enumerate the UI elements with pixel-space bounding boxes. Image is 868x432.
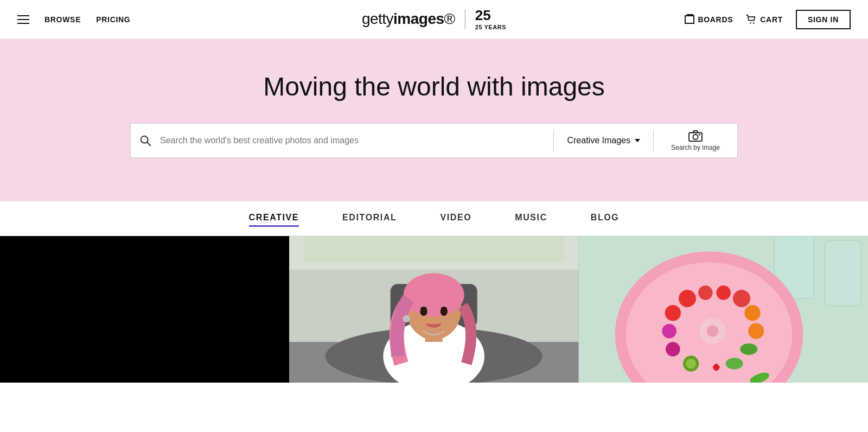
logo-text: gettyimages® — [362, 10, 455, 28]
tab-blog[interactable]: BLOG — [591, 213, 620, 225]
svg-point-1 — [753, 22, 754, 23]
cart-icon — [746, 15, 757, 24]
tab-video[interactable]: VIDEO — [440, 213, 471, 225]
svg-point-33 — [740, 344, 757, 355]
hero-section: Moving the world with images Creative Im… — [0, 39, 868, 201]
svg-point-29 — [716, 285, 731, 300]
tab-music[interactable]: MUSIC — [515, 213, 547, 225]
woman-car-illustration — [289, 236, 578, 383]
svg-point-0 — [750, 22, 751, 23]
logo-divider — [465, 9, 465, 29]
years-label: 25 YEARS — [475, 24, 506, 30]
svg-point-31 — [744, 305, 760, 321]
svg-point-42 — [707, 325, 718, 336]
boards-button[interactable]: BOARDS — [685, 15, 733, 24]
svg-line-3 — [147, 142, 150, 145]
header-right: BOARDS CART SIGN IN — [685, 10, 851, 29]
chevron-down-icon — [635, 139, 640, 142]
svg-point-5 — [693, 135, 698, 139]
svg-rect-24 — [781, 236, 807, 240]
search-icon-wrap — [131, 135, 160, 147]
signin-button[interactable]: SIGN IN — [796, 10, 851, 29]
svg-point-39 — [665, 305, 680, 321]
svg-rect-20 — [304, 236, 564, 262]
boards-label: BOARDS — [698, 15, 733, 24]
header: BROWSE PRICING gettyimages® 2525 YEARS B… — [0, 0, 868, 39]
cart-label: CART — [760, 15, 783, 24]
search-type-label: Creative Images — [567, 136, 630, 145]
svg-point-6 — [699, 134, 700, 136]
hamburger-menu-icon[interactable] — [17, 15, 29, 24]
gallery-col-1 — [0, 236, 289, 383]
gallery-col-2 — [289, 236, 578, 383]
svg-point-34 — [725, 358, 743, 369]
gallery-col-3 — [579, 236, 868, 383]
logo-bold-part: images — [393, 10, 444, 27]
svg-point-37 — [666, 342, 680, 357]
svg-point-28 — [698, 285, 713, 300]
pricing-link[interactable]: PRICING — [96, 15, 130, 24]
tab-editorial[interactable]: EDITORIAL — [342, 213, 397, 225]
site-logo[interactable]: gettyimages® 2525 YEARS — [362, 8, 506, 31]
search-type-button[interactable]: Creative Images — [554, 136, 653, 145]
hero-title: Moving the world with images — [263, 72, 605, 101]
food-illustration — [579, 236, 868, 383]
content-tabs: CREATIVE EDITORIAL VIDEO MUSIC BLOG — [0, 201, 868, 236]
header-left: BROWSE PRICING — [17, 15, 130, 24]
boards-icon — [685, 15, 694, 24]
search-input[interactable] — [160, 136, 553, 145]
search-by-image-label: Search by image — [671, 144, 720, 151]
svg-point-27 — [679, 290, 696, 307]
svg-point-36 — [686, 359, 696, 369]
camera-icon — [688, 130, 703, 142]
search-bar: Creative Images Search by image — [130, 123, 738, 158]
cart-button[interactable]: CART — [746, 15, 783, 24]
svg-point-19 — [403, 315, 410, 322]
logo-light-part: getty — [362, 10, 393, 27]
svg-point-38 — [662, 324, 676, 339]
svg-point-30 — [733, 290, 750, 307]
svg-point-32 — [748, 323, 764, 339]
logo-years: 2525 YEARS — [475, 8, 506, 31]
browse-link[interactable]: BROWSE — [44, 15, 81, 24]
search-by-image-button[interactable]: Search by image — [654, 130, 737, 151]
svg-point-16 — [404, 273, 464, 316]
gallery-section — [0, 236, 868, 383]
search-icon — [139, 135, 151, 147]
svg-rect-23 — [825, 240, 861, 306]
tab-creative[interactable]: CREATIVE — [249, 213, 299, 225]
